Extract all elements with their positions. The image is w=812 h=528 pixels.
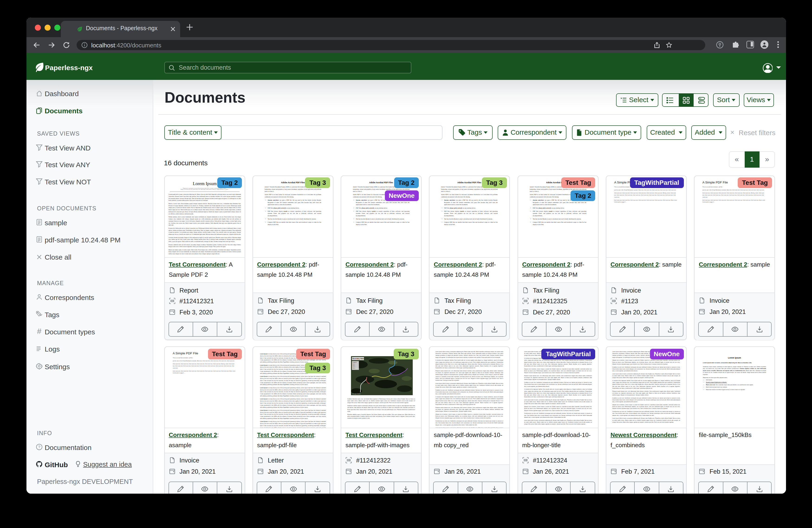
svg-text:Day 4: Day 4 <box>353 367 356 369</box>
svg-text:Google Earth: Google Earth <box>352 393 361 394</box>
svg-text:Legend: Legend <box>353 361 357 363</box>
svg-text:Day 2: Day 2 <box>353 365 356 366</box>
svg-text:Day 1: Day 1 <box>353 363 356 364</box>
svg-text:Day 3: Day 3 <box>353 366 356 367</box>
svg-text:Boundary Waters Trip: Boundary Waters Trip <box>353 358 369 359</box>
svg-text:?: ? <box>38 445 40 449</box>
